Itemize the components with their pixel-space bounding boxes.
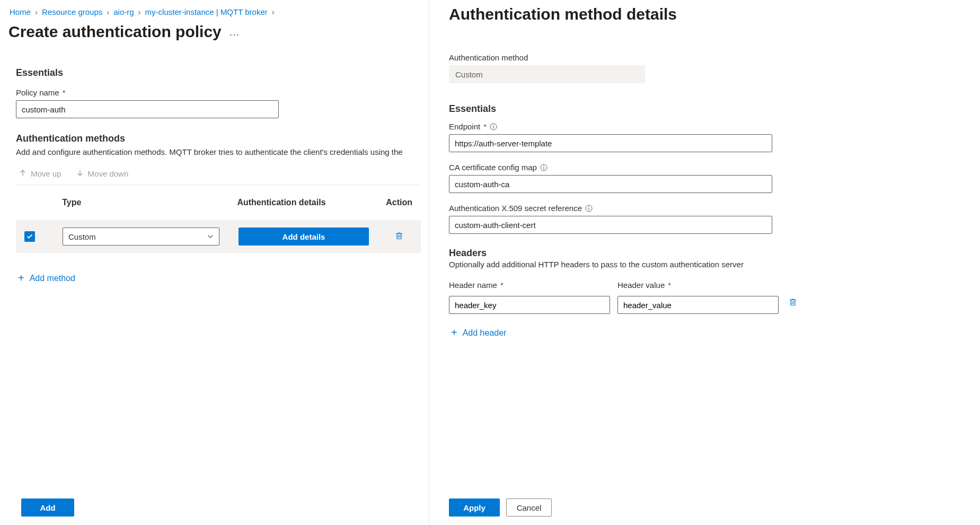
panel-title: Authentication method details <box>449 5 965 23</box>
auth-methods-header: Authentication methods <box>16 133 421 144</box>
row-checkbox[interactable] <box>24 231 35 242</box>
svg-rect-8 <box>588 208 589 211</box>
create-policy-pane: Home › Resource groups › aio-rg › my-clu… <box>0 0 429 525</box>
breadcrumb: Home › Resource groups › aio-rg › my-clu… <box>8 7 421 16</box>
svg-point-4 <box>543 165 544 167</box>
arrow-up-icon <box>19 169 27 178</box>
apply-button[interactable]: Apply <box>449 498 500 517</box>
breadcrumb-resource-groups[interactable]: Resource groups <box>42 7 102 16</box>
plus-icon: + <box>451 327 457 339</box>
column-action: Action <box>386 198 412 207</box>
svg-rect-2 <box>493 126 493 129</box>
plus-icon: + <box>18 272 24 284</box>
cacert-label: CA certificate config map <box>449 163 965 172</box>
required-indicator: * <box>483 122 487 131</box>
required-indicator: * <box>500 281 504 290</box>
info-icon[interactable] <box>540 164 548 171</box>
auth-method-details-panel: Authentication method details Authentica… <box>429 0 980 525</box>
headers-description: Optionally add additional HTTP headers t… <box>449 260 965 269</box>
auth-type-selected-value: Custom <box>68 232 96 241</box>
x509-input[interactable] <box>449 216 772 234</box>
delete-header-button[interactable] <box>786 295 800 311</box>
checkmark-icon <box>27 233 33 240</box>
header-value-label: Header value * <box>617 281 779 290</box>
add-header-button[interactable]: + Add header <box>449 327 965 339</box>
add-method-button[interactable]: + Add method <box>16 272 75 284</box>
divider <box>16 185 421 185</box>
auth-methods-table-header: Type Authentication details Action <box>16 198 421 207</box>
auth-method-label: Authentication method <box>449 53 965 62</box>
svg-point-1 <box>493 125 494 126</box>
policy-name-label: Policy name * <box>16 88 421 97</box>
chevron-right-icon: › <box>35 7 38 16</box>
info-icon[interactable] <box>490 123 497 130</box>
column-type: Type <box>62 198 237 207</box>
chevron-down-icon <box>207 232 214 241</box>
move-up-button[interactable]: Move up <box>19 169 61 178</box>
panel-essentials-header: Essentials <box>449 103 965 115</box>
delete-row-button[interactable] <box>392 229 406 244</box>
x509-label: Authentication X.509 secret reference <box>449 204 965 213</box>
trash-icon <box>788 298 798 307</box>
required-indicator: * <box>668 281 671 290</box>
required-indicator: * <box>63 88 66 97</box>
chevron-right-icon: › <box>138 7 141 16</box>
auth-type-select[interactable]: Custom <box>63 228 219 246</box>
arrow-down-icon <box>76 169 84 178</box>
chevron-right-icon: › <box>107 7 109 16</box>
left-footer: Add <box>8 490 421 517</box>
info-icon[interactable] <box>585 205 593 212</box>
essentials-header: Essentials <box>16 67 421 78</box>
auth-methods-description: Add and configure authentication methods… <box>16 146 421 158</box>
add-button[interactable]: Add <box>21 498 74 517</box>
add-details-button[interactable]: Add details <box>239 228 369 246</box>
header-value-input[interactable] <box>617 296 779 314</box>
header-row: Header name * Header value * <box>449 281 965 314</box>
policy-name-input[interactable] <box>16 100 279 118</box>
breadcrumb-aio-rg[interactable]: aio-rg <box>113 7 134 16</box>
endpoint-input[interactable] <box>449 134 772 152</box>
trash-icon <box>394 231 404 241</box>
auth-method-value: Custom <box>449 65 645 83</box>
chevron-right-icon: › <box>272 7 275 16</box>
svg-point-7 <box>588 206 589 207</box>
page-title: Create authentication policy <box>8 23 222 41</box>
cancel-button[interactable]: Cancel <box>506 498 552 517</box>
cacert-input[interactable] <box>449 175 772 193</box>
header-name-input[interactable] <box>449 296 610 314</box>
endpoint-label: Endpoint * <box>449 122 965 131</box>
auth-method-row: Custom Add details <box>16 220 421 253</box>
more-menu-icon[interactable]: … <box>229 26 240 38</box>
column-details: Authentication details <box>237 198 386 207</box>
svg-rect-5 <box>543 167 544 170</box>
breadcrumb-cluster-mqtt[interactable]: my-cluster-instance | MQTT broker <box>145 7 268 16</box>
headers-header: Headers <box>449 248 965 259</box>
panel-footer: Apply Cancel <box>449 490 965 517</box>
move-down-button[interactable]: Move down <box>76 169 129 178</box>
breadcrumb-home[interactable]: Home <box>10 7 31 16</box>
header-name-label: Header name * <box>449 281 610 290</box>
essentials-section: Essentials Policy name * Authentication … <box>8 67 421 284</box>
